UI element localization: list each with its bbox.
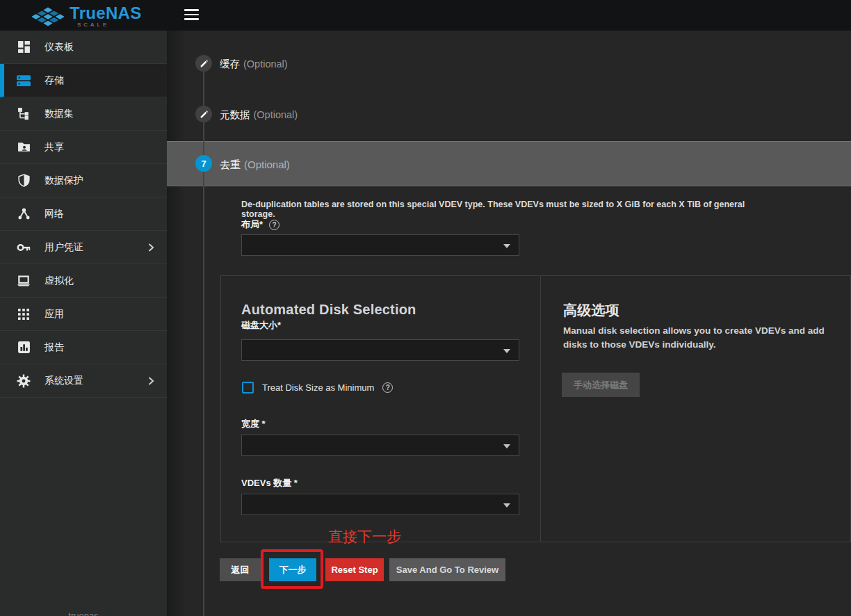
step-metadata-edit-circle[interactable]: [195, 106, 212, 122]
advanced-options-description: Manual disk selection allows you to crea…: [563, 324, 844, 352]
pencil-icon: [200, 110, 209, 119]
disk-size-field-label: 磁盘大小*: [241, 319, 281, 332]
sidebar-item-credentials[interactable]: 用户凭证: [0, 231, 167, 264]
network-icon: [17, 207, 31, 221]
disk-size-select[interactable]: [241, 339, 519, 361]
step-metadata-label[interactable]: 元数据(Optional): [220, 108, 298, 122]
sidebar-item-network[interactable]: 网络: [0, 197, 167, 231]
next-button[interactable]: 下一步: [269, 558, 316, 581]
sidebar-nav: 仪表板 存储 数据集: [0, 31, 167, 616]
save-and-review-button[interactable]: Save And Go To Review: [389, 558, 505, 581]
automated-disk-selection-title: Automated Disk Selection: [241, 302, 416, 318]
annotation-text: 直接下一步: [328, 527, 401, 546]
step-cache-label[interactable]: 缓存(Optional): [220, 58, 288, 71]
sidebar-item-label: 虚拟化: [44, 275, 74, 287]
sidebar-item-label: 共享: [44, 141, 64, 154]
sidebar-item-dashboard[interactable]: 仪表板: [0, 31, 167, 64]
sidebar-item-shares[interactable]: 共享: [0, 131, 167, 164]
sidebar-item-label: 网络: [44, 208, 64, 220]
storage-icon: [17, 74, 31, 88]
shield-icon: [17, 174, 31, 188]
sidebar-item-datasets[interactable]: 数据集: [0, 97, 167, 131]
width-field-label: 宽度 *: [241, 418, 266, 430]
manual-disk-selection-button[interactable]: 手动选择磁盘: [562, 373, 640, 397]
sidebar-item-reports[interactable]: 报告: [0, 331, 167, 364]
chevron-right-icon: [145, 375, 157, 390]
shares-folder-icon: [17, 140, 31, 154]
sidebar-item-system-settings[interactable]: 系统设置: [0, 364, 167, 398]
sidebar-item-label: 数据保护: [44, 175, 83, 187]
dedup-description: De-duplication tables are stored on this…: [241, 200, 749, 219]
sidebar-item-virtualization[interactable]: 虚拟化: [0, 264, 167, 298]
sidebar-item-label: 用户凭证: [44, 241, 83, 254]
truenas-logo: TrueNAS SCALE: [32, 5, 141, 28]
apps-grid-icon: [17, 307, 31, 321]
sidebar-item-apps[interactable]: 应用: [0, 298, 167, 331]
topbar: TrueNAS SCALE: [0, 0, 851, 31]
card-vertical-divider: [540, 276, 541, 542]
help-icon[interactable]: ?: [269, 220, 279, 230]
stepper-connector-line: [203, 63, 204, 616]
reset-step-button[interactable]: Reset Step: [325, 558, 384, 581]
treat-disk-size-minimum-label: Treat Disk Size as Minimum: [262, 382, 374, 393]
vdevs-count-field-label: VDEVs 数量 *: [241, 477, 298, 489]
dashboard-icon: [17, 40, 31, 54]
sidebar-item-label: 仪表板: [44, 41, 74, 54]
sidebar-item-label: 报告: [44, 341, 64, 354]
sidebar-item-label: 系统设置: [44, 375, 83, 387]
sidebar-item-data-protection[interactable]: 数据保护: [0, 164, 167, 197]
gear-icon: [17, 374, 31, 388]
bar-chart-icon: [17, 341, 31, 355]
key-icon: [17, 241, 31, 254]
sidebar-item-label: 数据集: [44, 108, 74, 120]
step-cache-edit-circle[interactable]: [195, 55, 212, 72]
layout-field-label: 布局* ?: [241, 218, 279, 231]
width-select[interactable]: [241, 435, 519, 456]
layout-select[interactable]: [241, 234, 519, 256]
vdevs-count-select[interactable]: [241, 494, 519, 515]
sidebar-item-label: 应用: [44, 308, 64, 321]
treat-disk-size-minimum-row: Treat Disk Size as Minimum ?: [242, 382, 393, 394]
brand-subtitle: SCALE: [77, 22, 141, 28]
sidebar-item-storage[interactable]: 存储: [0, 64, 167, 97]
advanced-options-title: 高级选项: [563, 301, 619, 320]
chevron-right-icon: [145, 241, 157, 257]
brand-name: TrueNAS: [70, 3, 141, 22]
step-dedup-number-circle[interactable]: 7: [195, 155, 212, 172]
truenas-logo-icon: [32, 6, 64, 27]
pencil-icon: [200, 59, 209, 68]
sidebar-item-label: 存储: [44, 74, 64, 87]
sidebar-footer-text: truenas: [0, 610, 167, 616]
step-dedup-label[interactable]: 去重(Optional): [220, 159, 290, 172]
datasets-icon: [17, 107, 31, 121]
wizard-content: 缓存(Optional) 元数据(Optional) 7 去重(Optional…: [167, 31, 851, 616]
treat-disk-size-minimum-checkbox[interactable]: [242, 382, 254, 394]
help-icon[interactable]: ?: [382, 382, 393, 393]
back-button[interactable]: 返回: [220, 558, 261, 581]
menu-hamburger-icon[interactable]: [184, 9, 199, 23]
laptop-icon: [17, 274, 31, 288]
